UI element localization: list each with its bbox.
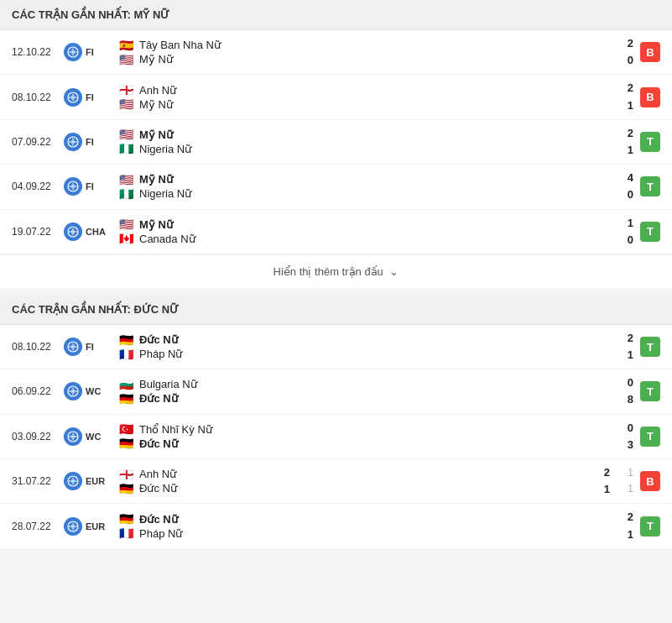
section-header: CÁC TRẬN GẦN NHẤT: ĐỨC NỮ bbox=[0, 295, 672, 325]
match-row: 08.10.22 FI🏴󠁧󠁢󠁥󠁮󠁧󠁿Anh Nữ🇺🇸Mỹ Nữ21B bbox=[0, 75, 672, 119]
team-name: Mỹ Nữ bbox=[139, 128, 173, 141]
team-row: 🇩🇪Đức Nữ bbox=[117, 437, 608, 450]
team-flag: 🇳🇬 bbox=[117, 143, 134, 154]
team-row: 🇺🇸Mỹ Nữ bbox=[117, 53, 608, 65]
result-badge: T bbox=[640, 427, 660, 447]
team-row: 🏴󠁧󠁢󠁥󠁮󠁧󠁿Anh Nữ bbox=[117, 84, 608, 97]
competition-label: FI bbox=[86, 137, 117, 147]
match-row: 28.07.22 EUR🇩🇪Đức Nữ🇫🇷Pháp Nữ21T bbox=[0, 504, 672, 547]
team-row: 🇧🇬Bulgaria Nữ bbox=[117, 378, 608, 390]
score-team2: 0 bbox=[628, 53, 633, 68]
match-teams: 🇹🇷Thổ Nhĩ Kỳ Nữ🇩🇪Đức Nữ bbox=[117, 423, 608, 450]
match-teams: 🇺🇸Mỹ Nữ🇳🇬Nigeria Nữ bbox=[117, 173, 608, 200]
team-flag: 🇺🇸 bbox=[117, 98, 134, 110]
match-row: 31.07.22 EUR🏴󠁧󠁢󠁥󠁮󠁧󠁿Anh Nữ🇩🇪Đức Nữ2111B bbox=[0, 459, 672, 504]
match-row: 06.09.22 WC🇧🇬Bulgaria Nữ🇩🇪Đức Nữ08T bbox=[0, 369, 672, 414]
team-flag: 🇫🇷 bbox=[117, 348, 134, 360]
team-row: 🇺🇸Mỹ Nữ bbox=[117, 218, 608, 231]
team-name: Mỹ Nữ bbox=[139, 53, 173, 65]
score-team2: 0 bbox=[628, 233, 633, 248]
team-flag: 🏴󠁧󠁢󠁥󠁮󠁧󠁿 bbox=[117, 469, 134, 480]
team-name: Đức Nữ bbox=[139, 333, 178, 346]
score-team2: 1 bbox=[628, 527, 633, 542]
team-flag: 🇪🇸 bbox=[117, 39, 134, 51]
match-teams: 🇧🇬Bulgaria Nữ🇩🇪Đức Nữ bbox=[117, 378, 608, 405]
team-row: 🇨🇦Canada Nữ bbox=[117, 233, 608, 245]
team-flag: 🇩🇪 bbox=[117, 393, 134, 405]
team-row: 🇺🇸Mỹ Nữ bbox=[117, 173, 608, 186]
match-row: 19.07.22 CHA🇺🇸Mỹ Nữ🇨🇦Canada Nữ10T bbox=[0, 210, 672, 254]
match-date: 19.07.22 bbox=[12, 226, 64, 238]
competition-label: CHA bbox=[86, 227, 117, 237]
team-name: Pháp Nữ bbox=[139, 527, 182, 540]
result-badge: B bbox=[640, 471, 660, 491]
competition-icon bbox=[64, 222, 82, 241]
show-more-button[interactable]: Hiển thị thêm trận đấu ⌄ bbox=[0, 254, 672, 288]
match-row: 07.09.22 FI🇺🇸Mỹ Nữ🇳🇬Nigeria Nữ21T bbox=[0, 120, 672, 165]
result-badge: T bbox=[640, 381, 660, 401]
score-team1: 2 bbox=[628, 331, 633, 346]
match-teams: 🇺🇸Mỹ Nữ🇨🇦Canada Nữ bbox=[117, 218, 608, 245]
competition-label: EUR bbox=[86, 521, 117, 531]
match-teams: 🇩🇪Đức Nữ🇫🇷Pháp Nữ bbox=[117, 333, 608, 360]
aet-scores: 11 bbox=[617, 466, 633, 496]
team-row: 🇳🇬Nigeria Nữ bbox=[117, 187, 608, 200]
team-flag: 🇳🇬 bbox=[117, 188, 134, 200]
match-date: 28.07.22 bbox=[12, 521, 64, 532]
result-badge: T bbox=[640, 337, 660, 357]
result-badge: T bbox=[640, 516, 660, 537]
result-badge: T bbox=[640, 176, 660, 196]
match-scores: 21 bbox=[585, 465, 610, 497]
team-row: 🇺🇸Mỹ Nữ bbox=[117, 128, 608, 141]
team-row: 🇫🇷Pháp Nữ bbox=[117, 527, 608, 540]
score-team1: 0 bbox=[628, 375, 633, 390]
result-badge: T bbox=[640, 222, 660, 242]
team-row: 🇩🇪Đức Nữ bbox=[117, 333, 608, 346]
competition-icon bbox=[64, 177, 82, 196]
match-teams: 🇩🇪Đức Nữ🇫🇷Pháp Nữ bbox=[117, 513, 608, 540]
team-row: 🇩🇪Đức Nữ bbox=[117, 513, 608, 526]
team-row: 🇹🇷Thổ Nhĩ Kỳ Nữ bbox=[117, 423, 608, 436]
match-scores: 08 bbox=[608, 375, 633, 407]
section-duc-nu: CÁC TRẬN GẦN NHẤT: ĐỨC NỮ08.10.22 FI🇩🇪Đứ… bbox=[0, 295, 672, 548]
match-scores: 21 bbox=[608, 126, 633, 158]
match-row: 04.09.22 FI🇺🇸Mỹ Nữ🇳🇬Nigeria Nữ40T bbox=[0, 165, 672, 209]
team-name: Mỹ Nữ bbox=[139, 173, 173, 186]
competition-label: FI bbox=[86, 47, 117, 57]
team-flag: 🇩🇪 bbox=[117, 437, 134, 449]
team-row: 🇪🇸Tây Ban Nha Nữ bbox=[117, 39, 608, 51]
match-scores: 03 bbox=[608, 421, 633, 453]
competition-label: FI bbox=[86, 92, 117, 102]
score-team2: 1 bbox=[604, 482, 610, 497]
match-scores: 20 bbox=[608, 36, 633, 68]
competition-icon bbox=[64, 88, 82, 107]
match-date: 04.09.22 bbox=[12, 181, 64, 192]
score-team1: 4 bbox=[628, 170, 633, 186]
match-teams: 🇺🇸Mỹ Nữ🇳🇬Nigeria Nữ bbox=[117, 128, 608, 155]
team-flag: 🇩🇪 bbox=[117, 334, 134, 346]
result-badge: T bbox=[640, 132, 660, 152]
team-name: Đức Nữ bbox=[139, 392, 178, 405]
competition-label: FI bbox=[86, 181, 117, 191]
competition-icon bbox=[64, 517, 82, 536]
team-name: Nigeria Nữ bbox=[139, 187, 191, 200]
section-header: CÁC TRẬN GẦN NHẤT: MỸ NỮ bbox=[0, 0, 672, 30]
team-flag: 🇧🇬 bbox=[117, 379, 134, 390]
team-row: 🇫🇷Pháp Nữ bbox=[117, 348, 608, 360]
match-date: 08.10.22 bbox=[12, 341, 64, 353]
score-team2: 1 bbox=[628, 143, 633, 158]
score-team2: 3 bbox=[628, 437, 633, 453]
result-badge: B bbox=[640, 87, 660, 107]
competition-icon bbox=[64, 133, 82, 151]
match-scores: 10 bbox=[608, 216, 633, 248]
team-flag: 🇩🇪 bbox=[117, 483, 134, 495]
result-badge: B bbox=[640, 42, 660, 62]
chevron-down-icon: ⌄ bbox=[389, 265, 399, 278]
match-teams: 🏴󠁧󠁢󠁥󠁮󠁧󠁿Anh Nữ🇩🇪Đức Nữ bbox=[117, 468, 585, 495]
score-team2: 0 bbox=[628, 187, 633, 202]
competition-label: FI bbox=[86, 342, 117, 352]
team-name: Anh Nữ bbox=[139, 84, 176, 97]
team-row: 🇺🇸Mỹ Nữ bbox=[117, 98, 608, 111]
team-name: Tây Ban Nha Nữ bbox=[139, 39, 221, 51]
team-flag: 🇩🇪 bbox=[117, 513, 134, 525]
